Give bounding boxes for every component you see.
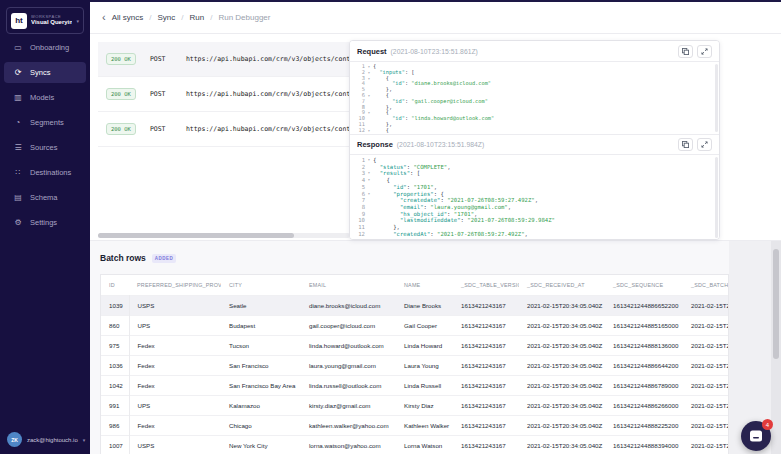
table-header-cell: ID — [101, 275, 129, 295]
back-icon[interactable]: ‹ — [102, 12, 106, 23]
request-method: POST — [150, 125, 176, 133]
workspace-selector[interactable]: ht WORKSPACE Visual Querying D... ▾ — [6, 7, 84, 34]
code-token: : [ — [405, 70, 415, 76]
code-token — [373, 164, 380, 171]
table-cell: 1613421243167 — [453, 355, 519, 375]
fold-spacer — [365, 184, 373, 191]
table-body: 1039USPSSeatlediane.brooks@icloud.comDia… — [101, 295, 729, 454]
line-number: 7 — [350, 197, 365, 204]
copy-icon — [682, 48, 689, 55]
request-panel-title: Request — [357, 47, 387, 56]
fold-spacer — [365, 164, 373, 171]
breadcrumb-item[interactable]: All syncs — [112, 13, 144, 22]
code-line: 1▾{ — [350, 157, 719, 164]
code-token: "diane.brooks@icloud.com" — [411, 81, 491, 87]
table-cell: 1613421243167 — [453, 375, 519, 395]
request-copy-button[interactable] — [678, 45, 693, 58]
code-token: : [ — [410, 170, 420, 177]
added-badge: ADDED — [152, 254, 177, 263]
code-token: "lastmodifieddate" — [400, 217, 461, 224]
table-row[interactable]: 1007USPSNew York Citylorna.watson@yahoo.… — [101, 435, 729, 454]
sidebar-item-syncs[interactable]: ⟳Syncs — [4, 62, 86, 83]
table-cell: 1042 — [101, 375, 129, 395]
sidebar-item-segments[interactable]: ◔Segments — [4, 112, 86, 133]
request-method: POST — [150, 55, 176, 63]
table-cell: 1613421243167 — [453, 435, 519, 454]
sidebar-item-schema[interactable]: ▤Schema — [4, 187, 86, 208]
table-cell: laura.young@gmail.com — [301, 355, 396, 375]
response-expand-button[interactable] — [697, 138, 712, 151]
table-row[interactable]: 1039USPSSeatlediane.brooks@icloud.comDia… — [101, 295, 729, 315]
table-cell: 2021-02-15T2 — [683, 315, 729, 335]
table-cell: UPS — [129, 395, 221, 415]
fold-spacer — [365, 217, 373, 224]
code-token — [373, 231, 393, 238]
table-row[interactable]: 860UPSBudapestgail.cooper@icloud.comGail… — [101, 315, 729, 335]
table-cell: 2021-02-15T20:34:05.040Z — [519, 415, 605, 435]
response-copy-button[interactable] — [678, 138, 693, 151]
table-cell: kirsty.diaz@gmail.com — [301, 395, 396, 415]
request-list-hscrollbar[interactable] — [98, 233, 350, 238]
table-row[interactable]: 986FedexChicagokathleen.walker@yahoo.com… — [101, 415, 729, 435]
code-token: "createdate" — [400, 197, 440, 204]
table-cell: Kalamazoo — [221, 395, 301, 415]
code-line: 11 }, — [350, 224, 719, 231]
request-expand-button[interactable] — [697, 45, 712, 58]
table-cell: 1039 — [101, 295, 129, 315]
table-cell: lorna.watson@yahoo.com — [301, 435, 396, 454]
hscrollbar-thumb[interactable] — [98, 233, 294, 238]
table-row[interactable]: 975FedexTucsonlinda.howard@outlook.comLi… — [101, 335, 729, 355]
code-token: "status" — [380, 164, 407, 171]
sidebar-item-settings[interactable]: ⚙Settings — [4, 212, 86, 233]
code-line: 6▾ "properties": { — [350, 191, 719, 198]
table-header-cell: EMAIL — [301, 275, 396, 295]
code-line: 9 "hs_object_id": "1701", — [350, 211, 719, 218]
table-cell: 1613421244886789000 — [605, 375, 683, 395]
request-code-vscrollbar[interactable] — [715, 64, 718, 132]
sidebar-item-onboarding[interactable]: ▭Onboarding — [4, 37, 86, 58]
sidebar-item-models[interactable]: ▥Models — [4, 87, 86, 108]
copy-icon — [682, 141, 689, 148]
code-line: 5 "id": "1701", — [350, 184, 719, 191]
fold-icon: ▾ — [365, 177, 373, 184]
breadcrumb-item[interactable]: Run — [190, 13, 205, 22]
table-cell: 1613421244886652200 — [605, 295, 683, 315]
code-line: 2 "status": "COMPLETE", — [350, 164, 719, 171]
app-sidebar: ht WORKSPACE Visual Querying D... ▾ ▭Onb… — [0, 0, 90, 454]
fold-icon: ▾ — [365, 157, 373, 164]
sidebar-item-label: Destinations — [30, 168, 71, 177]
code-token: "hs_object_id" — [400, 211, 447, 218]
code-token: : — [407, 164, 414, 171]
code-token: "gail.cooper@icloud.com" — [411, 99, 488, 105]
table-cell: 2021-02-15T20:34:05.040Z — [519, 395, 605, 415]
code-token — [373, 197, 400, 204]
code-token: "email" — [400, 204, 424, 211]
table-row[interactable]: 1042FedexSan Francisco Bay Arealinda.rus… — [101, 375, 729, 395]
line-number: 3 — [350, 170, 365, 177]
user-menu[interactable]: ZK zack@hightouch.io ▾ — [7, 432, 85, 447]
table-header-cell: _SDC_BATCHED — [683, 275, 729, 295]
chat-button[interactable]: 4 — [741, 421, 771, 451]
table-cell: Kathleen Walker — [396, 415, 453, 435]
code-token: : — [430, 231, 437, 238]
sidebar-item-label: Segments — [30, 118, 64, 127]
table-row[interactable]: 1036FedexSan Franciscolaura.young@gmail.… — [101, 355, 729, 375]
table-cell: 2021-02-15T2 — [683, 355, 729, 375]
table-cell: Fedex — [129, 355, 221, 375]
response-code-vscrollbar[interactable] — [715, 157, 718, 238]
code-token: "linda.howard@outlook.com" — [411, 116, 494, 122]
code-token: , — [474, 211, 477, 218]
code-token — [373, 211, 400, 218]
breadcrumb-item[interactable]: Sync — [157, 13, 175, 22]
sidebar-item-destinations[interactable]: ∷Destinations — [4, 162, 86, 183]
sidebar-item-sources[interactable]: ☰Sources — [4, 137, 86, 158]
table-cell: San Francisco Bay Area — [221, 375, 301, 395]
table-header-cell: PREFERRED_SHIPPING_PROVIDER — [129, 275, 221, 295]
code-token: "laura.young@gmail.com" — [430, 204, 507, 211]
vscrollbar-thumb[interactable] — [773, 249, 779, 359]
table-row[interactable]: 991UPSKalamazookirsty.diaz@gmail.comKirs… — [101, 395, 729, 415]
workspace-name: Visual Querying D... — [31, 19, 72, 26]
code-token — [373, 170, 380, 177]
line-number: 8 — [350, 204, 365, 211]
code-token: "2021-07-26T08:59:27.492Z" — [447, 197, 535, 204]
